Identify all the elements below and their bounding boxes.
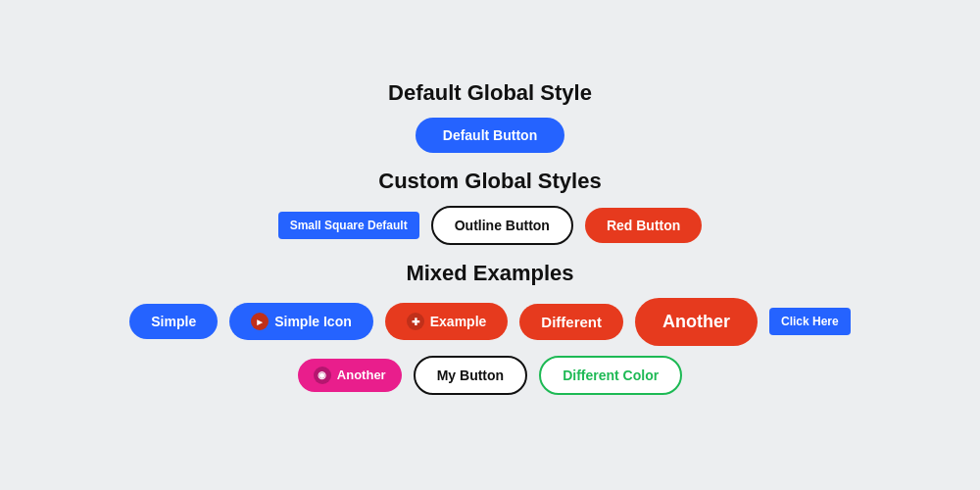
default-global-title: Default Global Style bbox=[388, 80, 592, 106]
default-button[interactable]: Default Button bbox=[416, 118, 564, 153]
mixed-row-2: ◉ Another My Button Different Color bbox=[298, 356, 682, 395]
mixed-row-1: Simple ► Simple Icon ✚ Example Different… bbox=[129, 298, 850, 346]
another-pink-button[interactable]: ◉ Another bbox=[298, 359, 402, 392]
outline-button[interactable]: Outline Button bbox=[431, 206, 573, 245]
arrow-icon: ► bbox=[251, 313, 269, 330]
simple-icon-button[interactable]: ► Simple Icon bbox=[229, 303, 373, 340]
example-button[interactable]: ✚ Example bbox=[385, 303, 509, 340]
different-color-button[interactable]: Different Color bbox=[539, 356, 682, 395]
another-red-button[interactable]: Another bbox=[635, 298, 758, 346]
default-global-section: Default Global Style Default Button bbox=[388, 80, 592, 153]
custom-global-btn-row: Small Square Default Outline Button Red … bbox=[278, 206, 703, 245]
different-button[interactable]: Different bbox=[519, 304, 623, 340]
default-global-btn-row: Default Button bbox=[416, 118, 564, 153]
mixed-title: Mixed Examples bbox=[406, 261, 573, 286]
plus-icon: ✚ bbox=[407, 313, 424, 330]
click-here-button[interactable]: Click Here bbox=[769, 308, 851, 335]
simple-button[interactable]: Simple bbox=[129, 304, 218, 339]
small-square-button[interactable]: Small Square Default bbox=[278, 212, 419, 239]
red-button[interactable]: Red Button bbox=[585, 208, 702, 243]
my-button[interactable]: My Button bbox=[414, 356, 527, 395]
custom-global-title: Custom Global Styles bbox=[378, 169, 601, 194]
toggle-icon: ◉ bbox=[314, 367, 331, 384]
custom-global-section: Custom Global Styles Small Square Defaul… bbox=[278, 169, 703, 245]
mixed-section: Mixed Examples Simple ► Simple Icon ✚ Ex… bbox=[129, 261, 850, 395]
